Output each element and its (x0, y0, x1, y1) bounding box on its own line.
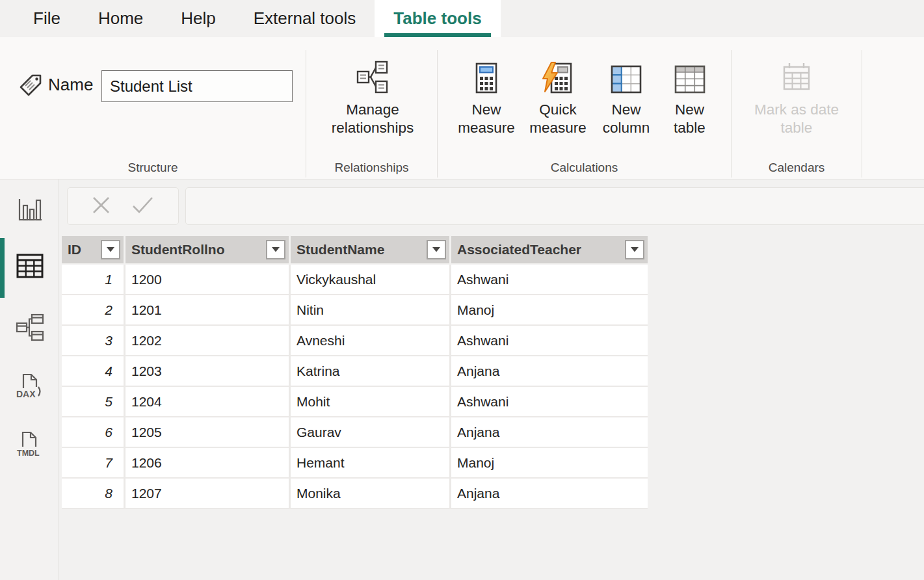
group-label-calendars: Calendars (732, 161, 862, 175)
sidebar-item-dax-view[interactable]: DAX (14, 371, 46, 404)
cell-studentname[interactable]: Avneshi (291, 326, 449, 355)
column-header-studentname[interactable]: StudentName (291, 236, 449, 263)
cell-studentname[interactable]: Katrina (291, 356, 449, 386)
table-row: 31202AvneshiAshwani (62, 326, 648, 356)
column-dropdown-icon[interactable] (427, 240, 446, 259)
tag-icon (18, 72, 44, 101)
cell-id[interactable]: 1 (62, 265, 124, 294)
cell-id[interactable]: 7 (62, 448, 124, 477)
cell-associatedteacher[interactable]: Anjana (451, 479, 648, 508)
table-row: 41203KatrinaAnjana (62, 356, 648, 387)
cell-studentname[interactable]: Monika (291, 479, 449, 508)
new-column-grid-icon (610, 51, 642, 94)
mark-as-date-table-label: Mark as date table (741, 101, 852, 137)
group-separator (306, 50, 306, 178)
new-column-button[interactable]: New column (590, 51, 662, 159)
selected-view-indicator (0, 238, 5, 298)
cell-studentrollno[interactable]: 1203 (125, 356, 289, 386)
content-area: DAX TMDL (0, 179, 924, 580)
cell-id[interactable]: 4 (62, 356, 124, 386)
cell-associatedteacher[interactable]: Manoj (451, 295, 648, 324)
tab-file[interactable]: File (14, 0, 79, 37)
table-name-input[interactable] (101, 70, 293, 102)
table-row: 71206HemantManoj (62, 448, 648, 479)
new-measure-calculator-icon (471, 51, 502, 94)
cell-studentrollno[interactable]: 1202 (125, 326, 289, 355)
formula-commit-group (67, 187, 179, 225)
cell-id[interactable]: 5 (62, 387, 124, 416)
menu-bar: File Home Help External tools Table tool… (0, 0, 924, 37)
cell-associatedteacher[interactable]: Ashwani (451, 387, 648, 416)
group-label-relationships: Relationships (306, 161, 437, 175)
new-measure-label: New measure (451, 101, 522, 137)
svg-text:TMDL: TMDL (17, 449, 40, 458)
tab-external-tools[interactable]: External tools (235, 0, 375, 37)
column-header-label: StudentRollno (125, 242, 266, 257)
cell-studentrollno[interactable]: 1206 (125, 448, 289, 477)
cell-studentname[interactable]: Nitin (291, 295, 449, 324)
sidebar-item-model-view[interactable] (14, 313, 46, 345)
column-header-id[interactable]: ID (62, 236, 124, 263)
cell-associatedteacher[interactable]: Manoj (451, 448, 648, 477)
group-separator (731, 50, 732, 178)
quick-measure-lightning-icon (540, 51, 575, 94)
group-label-calculations: Calculations (438, 161, 731, 175)
column-dropdown-icon[interactable] (101, 240, 120, 259)
cell-studentname[interactable]: Hemant (291, 448, 449, 477)
column-dropdown-icon[interactable] (266, 240, 285, 259)
commit-check-icon (132, 196, 153, 217)
cell-associatedteacher[interactable]: Ashwani (451, 326, 648, 355)
cell-associatedteacher[interactable]: Anjana (451, 356, 648, 386)
new-measure-button[interactable]: New measure (451, 51, 522, 159)
cancel-x-icon (92, 196, 110, 217)
formula-bar-input[interactable] (185, 187, 924, 225)
column-header-label: ID (62, 242, 101, 257)
ribbon: Name Structure Manage relationships Rela… (0, 37, 924, 179)
group-label-structure: Structure (0, 161, 306, 175)
manage-relationships-button[interactable]: Manage relationships (321, 51, 425, 159)
cell-studentrollno[interactable]: 1205 (125, 417, 289, 447)
cell-id[interactable]: 6 (62, 417, 124, 447)
column-header-associatedteacher[interactable]: AssociatedTeacher (451, 236, 648, 263)
cell-studentrollno[interactable]: 1207 (125, 479, 289, 508)
cell-studentname[interactable]: Vickykaushal (291, 265, 449, 294)
cell-studentname[interactable]: Mohit (291, 387, 449, 416)
column-header-studentrollno[interactable]: StudentRollno (125, 236, 289, 263)
new-column-label: New column (590, 101, 662, 137)
column-header-label: StudentName (291, 242, 427, 257)
sidebar-item-report-view[interactable] (14, 194, 46, 226)
manage-relationships-label: Manage relationships (321, 101, 425, 137)
table-view-icon (15, 251, 45, 283)
cell-id[interactable]: 2 (62, 295, 124, 324)
group-separator (437, 50, 438, 178)
tab-help[interactable]: Help (162, 0, 234, 37)
cell-studentrollno[interactable]: 1201 (125, 295, 289, 324)
new-table-button[interactable]: New table (659, 51, 720, 159)
cell-id[interactable]: 8 (62, 479, 124, 508)
cell-associatedteacher[interactable]: Ashwani (451, 265, 648, 294)
dax-view-icon: DAX (15, 371, 45, 404)
view-sidebar: DAX TMDL (0, 179, 59, 580)
quick-measure-label: Quick measure (522, 101, 594, 137)
sidebar-item-tmdl-view[interactable]: TMDL (14, 430, 46, 462)
column-dropdown-icon[interactable] (625, 240, 644, 259)
cell-studentrollno[interactable]: 1200 (125, 265, 289, 294)
model-view-icon (15, 313, 45, 345)
svg-text:DAX: DAX (16, 389, 36, 399)
cell-studentname[interactable]: Gaurav (291, 417, 449, 447)
tab-table-tools[interactable]: Table tools (375, 0, 500, 37)
cell-associatedteacher[interactable]: Anjana (451, 417, 648, 447)
cell-studentrollno[interactable]: 1204 (125, 387, 289, 416)
tab-home[interactable]: Home (79, 0, 162, 37)
table-row: 51204MohitAshwani (62, 387, 648, 417)
powerbi-window: File Home Help External tools Table tool… (0, 0, 924, 580)
sidebar-item-table-view[interactable] (14, 251, 46, 283)
column-header-label: AssociatedTeacher (451, 242, 625, 257)
name-label: Name (48, 75, 93, 95)
manage-relationships-icon (356, 51, 389, 94)
table-row: 81207MonikaAnjana (62, 479, 648, 509)
cell-id[interactable]: 3 (62, 326, 124, 355)
calendar-icon (779, 51, 814, 94)
quick-measure-button[interactable]: Quick measure (522, 51, 594, 159)
table-row: 11200VickykaushalAshwani (62, 265, 648, 295)
